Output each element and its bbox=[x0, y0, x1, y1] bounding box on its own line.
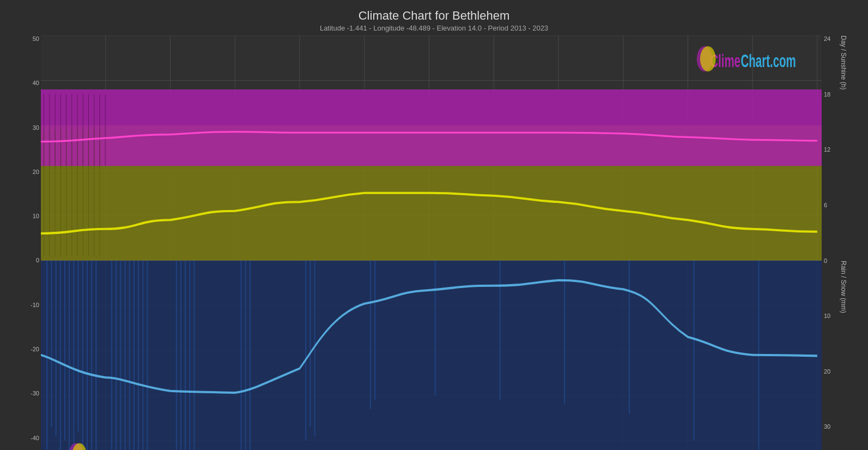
svg-rect-38 bbox=[116, 261, 117, 451]
svg-rect-31 bbox=[73, 261, 74, 451]
svg-rect-47 bbox=[180, 261, 181, 451]
svg-rect-36 bbox=[95, 261, 96, 451]
svg-rect-40 bbox=[125, 261, 126, 451]
svg-rect-87 bbox=[88, 130, 89, 256]
chart-middle: Clime Chart.com Clime Chart.com Jan Feb … bbox=[41, 35, 822, 450]
svg-rect-82 bbox=[60, 130, 61, 256]
page-title: Climate Chart for Bethlehem bbox=[11, 9, 857, 23]
y-axis-right-top-label: Day / Sunshine (h) bbox=[840, 35, 847, 261]
y-axis-left-label: Temperature °C bbox=[11, 35, 19, 450]
svg-rect-63 bbox=[694, 261, 695, 441]
svg-rect-41 bbox=[129, 261, 130, 451]
svg-rect-60 bbox=[499, 261, 500, 400]
y-ticks-left: 50 40 30 20 10 0 -10 -20 -30 -40 -50 bbox=[20, 35, 39, 450]
svg-rect-53 bbox=[250, 261, 251, 451]
svg-rect-78 bbox=[105, 94, 106, 166]
svg-rect-55 bbox=[309, 261, 311, 427]
svg-rect-46 bbox=[176, 261, 177, 451]
svg-rect-27 bbox=[56, 261, 57, 436]
svg-rect-48 bbox=[185, 261, 186, 451]
y-axis-left-container: Temperature °C 50 40 30 20 10 0 -10 -20 … bbox=[11, 35, 41, 450]
svg-rect-89 bbox=[99, 130, 100, 256]
svg-text:Chart.com: Chart.com bbox=[741, 51, 796, 71]
svg-rect-39 bbox=[120, 261, 121, 451]
svg-rect-66 bbox=[41, 89, 822, 166]
title-section: Climate Chart for Bethlehem Latitude -1.… bbox=[11, 5, 857, 33]
svg-rect-86 bbox=[83, 130, 83, 256]
svg-rect-43 bbox=[138, 261, 139, 451]
svg-rect-30 bbox=[69, 261, 70, 451]
svg-rect-62 bbox=[629, 261, 630, 414]
svg-rect-83 bbox=[66, 130, 66, 256]
svg-rect-52 bbox=[245, 261, 246, 451]
svg-rect-81 bbox=[55, 130, 56, 256]
svg-rect-85 bbox=[77, 130, 78, 256]
svg-rect-35 bbox=[91, 261, 92, 450]
svg-rect-84 bbox=[71, 130, 72, 256]
svg-rect-58 bbox=[374, 261, 375, 400]
svg-rect-44 bbox=[142, 261, 143, 451]
svg-rect-29 bbox=[64, 261, 65, 441]
svg-rect-34 bbox=[87, 261, 88, 451]
chart-svg-container: Clime Chart.com Clime Chart.com bbox=[41, 35, 822, 450]
svg-rect-61 bbox=[564, 261, 565, 405]
y-axis-right-bottom-label: Rain / Snow (mm) bbox=[840, 261, 847, 451]
svg-point-93 bbox=[700, 46, 716, 71]
svg-rect-54 bbox=[305, 261, 306, 441]
svg-rect-45 bbox=[147, 261, 148, 451]
svg-rect-28 bbox=[60, 261, 61, 451]
y-ticks-right: 24 18 12 6 0 10 20 30 40 bbox=[822, 35, 838, 450]
svg-rect-32 bbox=[78, 261, 79, 432]
y-axis-right-container: 24 18 12 6 0 10 20 30 40 Day / Sunshine … bbox=[822, 35, 857, 450]
svg-rect-26 bbox=[51, 261, 52, 427]
svg-rect-79 bbox=[44, 130, 44, 256]
svg-rect-33 bbox=[82, 261, 83, 445]
svg-rect-80 bbox=[49, 130, 50, 256]
svg-rect-59 bbox=[435, 261, 436, 396]
svg-rect-50 bbox=[193, 261, 195, 451]
svg-rect-57 bbox=[370, 261, 371, 409]
svg-rect-25 bbox=[46, 261, 47, 450]
svg-rect-42 bbox=[133, 261, 135, 451]
svg-rect-51 bbox=[240, 261, 241, 451]
svg-rect-88 bbox=[94, 130, 94, 256]
page: Climate Chart for Bethlehem Latitude -1.… bbox=[0, 0, 868, 450]
svg-rect-49 bbox=[189, 261, 190, 451]
svg-rect-37 bbox=[111, 261, 112, 451]
main-chart-svg: Clime Chart.com Clime Chart.com bbox=[41, 35, 822, 450]
page-subtitle: Latitude -1.441 - Longitude -48.489 - El… bbox=[11, 24, 857, 32]
chart-area: Temperature °C 50 40 30 20 10 0 -10 -20 … bbox=[11, 35, 857, 450]
